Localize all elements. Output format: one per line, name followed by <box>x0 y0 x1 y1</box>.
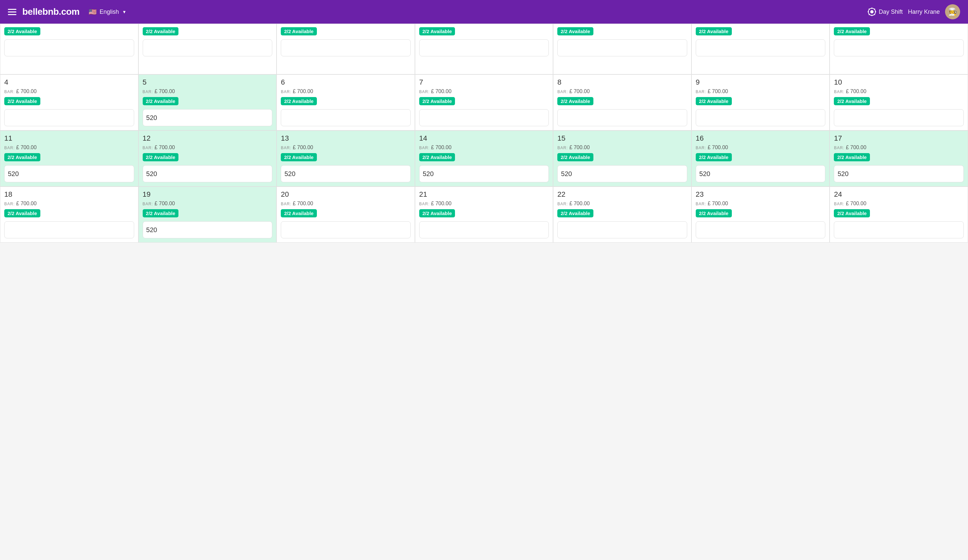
price-input[interactable] <box>4 40 134 56</box>
bar-price: BAR: £ 700.00 <box>834 201 964 206</box>
price-input[interactable] <box>696 109 825 126</box>
day-number: 18 <box>4 190 134 199</box>
available-badge: 2/2 Available <box>281 27 317 35</box>
day-cell-16[interactable]: 16BAR: £ 700.002/2 Available520 <box>691 131 830 187</box>
day-cell-14[interactable]: 14BAR: £ 700.002/2 Available520 <box>415 131 554 187</box>
price-input[interactable]: 520 <box>143 165 273 182</box>
day-number: 22 <box>557 190 687 199</box>
bar-price: BAR: £ 700.00 <box>4 201 134 206</box>
price-input[interactable] <box>419 40 549 56</box>
day-cell-17[interactable]: 17BAR: £ 700.002/2 Available520 <box>830 131 968 187</box>
price-input[interactable] <box>557 40 687 56</box>
day-cell-23[interactable]: 23BAR: £ 700.002/2 Available <box>691 187 830 243</box>
day-cell-20[interactable]: 20BAR: £ 700.002/2 Available <box>277 187 415 243</box>
price-input[interactable] <box>696 40 825 56</box>
svg-point-1 <box>870 10 874 13</box>
bar-price: BAR: £ 700.00 <box>557 145 687 150</box>
day-cell-22[interactable]: 22BAR: £ 700.002/2 Available <box>553 187 691 243</box>
available-badge: 2/2 Available <box>281 153 317 161</box>
day-cell-8[interactable]: 8BAR: £ 700.002/2 Available <box>553 74 691 131</box>
available-badge: 2/2 Available <box>281 209 317 217</box>
hamburger-menu[interactable] <box>8 9 17 15</box>
day-cell-15[interactable]: 15BAR: £ 700.002/2 Available520 <box>553 131 691 187</box>
price-input[interactable] <box>557 109 687 126</box>
sun-icon <box>868 8 876 16</box>
day-number: 4 <box>4 78 134 87</box>
day-cell-10[interactable]: 10BAR: £ 700.002/2 Available <box>830 74 968 131</box>
day-cell-top-4[interactable]: 2/2 Available <box>553 24 691 74</box>
price-input[interactable] <box>419 221 549 238</box>
bar-price: BAR: £ 700.00 <box>696 145 825 150</box>
available-badge: 2/2 Available <box>419 153 455 161</box>
price-input[interactable]: 520 <box>281 165 411 182</box>
language-selector[interactable]: 🇺🇸 English ▼ <box>89 8 126 16</box>
day-cell-13[interactable]: 13BAR: £ 700.002/2 Available520 <box>277 131 415 187</box>
price-input[interactable] <box>281 109 411 126</box>
price-input[interactable]: 520 <box>557 165 687 182</box>
bar-price: BAR: £ 700.00 <box>696 201 825 206</box>
day-number: 10 <box>834 78 964 87</box>
price-input[interactable]: 520 <box>834 165 964 182</box>
price-input[interactable] <box>696 221 825 238</box>
price-input[interactable]: 520 <box>696 165 825 182</box>
price-input[interactable] <box>4 221 134 238</box>
available-badge: 2/2 Available <box>834 153 870 161</box>
bar-price: BAR: £ 700.00 <box>419 201 549 206</box>
price-input[interactable]: 520 <box>143 109 273 126</box>
bar-price: BAR: £ 700.00 <box>281 201 411 206</box>
price-input[interactable] <box>281 40 411 56</box>
day-cell-6[interactable]: 6BAR: £ 700.002/2 Available <box>277 74 415 131</box>
day-cell-top-0[interactable]: 2/2 Available <box>0 24 138 74</box>
day-cell-19[interactable]: 19BAR: £ 700.002/2 Available520 <box>138 187 277 243</box>
available-badge: 2/2 Available <box>419 97 455 105</box>
day-cell-5[interactable]: 5BAR: £ 700.002/2 Available520 <box>138 74 277 131</box>
available-badge: 2/2 Available <box>4 153 40 161</box>
day-cell-21[interactable]: 21BAR: £ 700.002/2 Available <box>415 187 554 243</box>
day-number: 14 <box>419 134 549 143</box>
price-input[interactable] <box>143 40 273 56</box>
day-cell-top-1[interactable]: 2/2 Available <box>138 24 277 74</box>
day-number: 7 <box>419 78 549 87</box>
day-number: 21 <box>419 190 549 199</box>
day-cell-9[interactable]: 9BAR: £ 700.002/2 Available <box>691 74 830 131</box>
price-input[interactable] <box>4 109 134 126</box>
day-cell-12[interactable]: 12BAR: £ 700.002/2 Available520 <box>138 131 277 187</box>
day-cell-top-3[interactable]: 2/2 Available <box>415 24 554 74</box>
bar-price: BAR: £ 700.00 <box>557 89 687 94</box>
day-cell-11[interactable]: 11BAR: £ 700.002/2 Available520 <box>0 131 138 187</box>
day-cell-top-2[interactable]: 2/2 Available <box>277 24 415 74</box>
day-cell-top-6[interactable]: 2/2 Available <box>830 24 968 74</box>
price-input[interactable] <box>419 109 549 126</box>
day-number: 20 <box>281 190 411 199</box>
day-cell-24[interactable]: 24BAR: £ 700.002/2 Available <box>830 187 968 243</box>
available-badge: 2/2 Available <box>557 209 593 217</box>
day-cell-top-5[interactable]: 2/2 Available <box>691 24 830 74</box>
bar-price: BAR: £ 700.00 <box>143 89 273 94</box>
price-input[interactable] <box>834 40 964 56</box>
available-badge: 2/2 Available <box>281 97 317 105</box>
day-number: 12 <box>143 134 273 143</box>
bar-price: BAR: £ 700.00 <box>281 89 411 94</box>
day-cell-7[interactable]: 7BAR: £ 700.002/2 Available <box>415 74 554 131</box>
price-input[interactable] <box>281 221 411 238</box>
price-input[interactable]: 520 <box>4 165 134 182</box>
logo: bellebnb.com <box>22 7 80 17</box>
available-badge: 2/2 Available <box>696 27 732 35</box>
available-badge: 2/2 Available <box>834 209 870 217</box>
language-label: English <box>99 8 119 15</box>
price-input[interactable] <box>557 221 687 238</box>
bar-price: BAR: £ 700.00 <box>419 89 549 94</box>
available-badge: 2/2 Available <box>143 153 179 161</box>
day-number: 19 <box>143 190 273 199</box>
day-number: 24 <box>834 190 964 199</box>
available-badge: 2/2 Available <box>696 153 732 161</box>
day-cell-18[interactable]: 18BAR: £ 700.002/2 Available <box>0 187 138 243</box>
bar-price: BAR: £ 700.00 <box>143 201 273 206</box>
price-input[interactable] <box>834 221 964 238</box>
day-cell-4[interactable]: 4BAR: £ 700.002/2 Available <box>0 74 138 131</box>
available-badge: 2/2 Available <box>4 97 40 105</box>
avatar: 🧑‍🍳 <box>945 4 960 19</box>
price-input[interactable]: 520 <box>419 165 549 182</box>
price-input[interactable] <box>834 109 964 126</box>
price-input[interactable]: 520 <box>143 221 273 238</box>
